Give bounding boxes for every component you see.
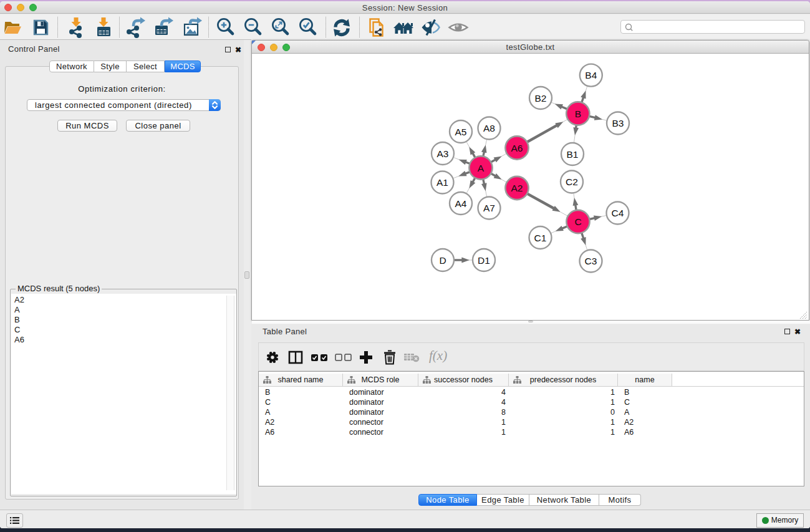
svg-text:A3: A3 (437, 148, 449, 159)
svg-text:D: D (439, 255, 446, 266)
svg-text:B2: B2 (535, 93, 547, 104)
svg-text:C2: C2 (566, 177, 578, 187)
svg-text:C3: C3 (585, 256, 597, 266)
svg-text:A2: A2 (511, 183, 523, 193)
svg-text:B: B (575, 109, 581, 119)
svg-text:A7: A7 (483, 203, 495, 213)
svg-text:A5: A5 (455, 127, 467, 137)
svg-text:A1: A1 (436, 177, 448, 188)
svg-text:C4: C4 (612, 208, 624, 218)
svg-text:A: A (478, 163, 485, 173)
svg-text:A6: A6 (511, 143, 523, 153)
svg-text:B1: B1 (567, 149, 579, 160)
svg-text:A8: A8 (483, 123, 495, 133)
svg-text:B4: B4 (585, 70, 597, 80)
svg-text:C1: C1 (534, 233, 547, 243)
svg-text:A4: A4 (455, 198, 467, 209)
svg-text:D1: D1 (478, 255, 490, 266)
svg-text:B3: B3 (612, 118, 624, 128)
svg-text:C: C (574, 216, 581, 227)
